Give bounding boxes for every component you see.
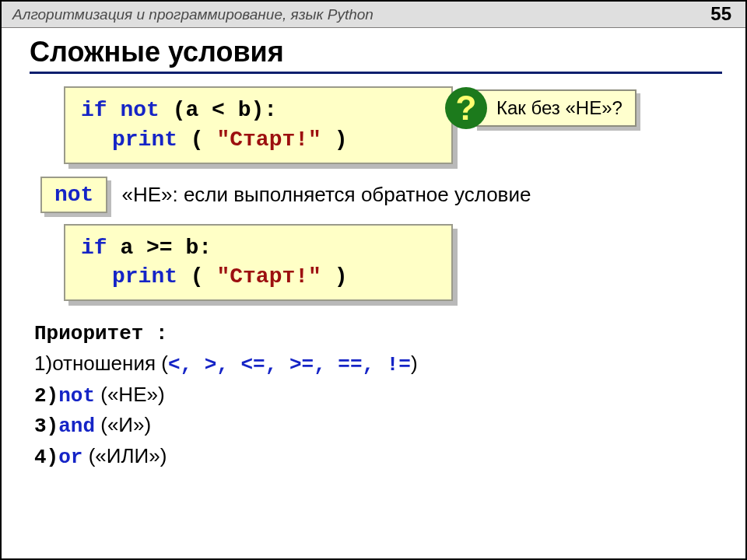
not-chip: not [40, 177, 107, 213]
course-title: Алгоритмизация и программирование, язык … [12, 6, 374, 23]
expr: a >= b: [120, 236, 212, 260]
callout: ? Как без «НЕ»? [445, 87, 637, 129]
priority-row-4: 4)or («ИЛИ») [34, 442, 722, 473]
priority-row-2: 2)not («НЕ») [34, 380, 722, 411]
close: ) [411, 352, 418, 375]
num: 3) [34, 415, 58, 438]
priority-row-1: 1)отношения (<, >, <=, >=, ==, !=) [34, 349, 722, 380]
num: 2) [34, 384, 58, 408]
num: 1) [34, 352, 52, 375]
txt: («НЕ») [95, 383, 165, 406]
txt: отношения ( [52, 352, 168, 375]
code-box-2: if a >= b: print ( "Старт!" ) [64, 224, 453, 302]
num: 4) [34, 446, 58, 469]
kw-not: not [120, 98, 159, 122]
priority-row-3: 3)and («И») [34, 411, 722, 442]
priority-block: Приоритет : 1)отношения (<, >, <=, >=, =… [34, 320, 722, 472]
expr: (a < b): [173, 98, 277, 122]
kw-print: print [112, 264, 177, 289]
txt: («ИЛИ») [82, 444, 167, 467]
page-number: 55 [710, 3, 731, 25]
kw: not [58, 384, 95, 408]
txt: («И») [95, 413, 151, 436]
kw: or [58, 446, 82, 469]
paren-close: ) [335, 128, 348, 152]
kw-if: if [81, 98, 107, 122]
question-mark-icon: ? [445, 87, 487, 129]
not-description: «НЕ»: если выполняется обратное условие [121, 183, 531, 207]
string-literal: "Старт!" [216, 128, 321, 152]
code-box-1: if not (a < b): print ( "Старт!" ) [64, 86, 453, 164]
slide: Алгоритмизация и программирование, язык … [0, 0, 747, 560]
paren-open: ( [191, 264, 204, 289]
kw: and [58, 415, 95, 438]
priority-header: Приоритет : [34, 320, 722, 349]
callout-text: Как без «НЕ»? [473, 89, 637, 127]
not-explanation-row: not «НЕ»: если выполняется обратное усло… [40, 177, 722, 213]
kw-if: if [81, 236, 107, 260]
kw-print: print [112, 128, 177, 152]
ops: <, >, <=, >=, ==, != [168, 353, 411, 376]
topbar: Алгоритмизация и программирование, язык … [2, 2, 745, 28]
slide-title: Сложные условия [30, 36, 722, 74]
string-literal: "Старт!" [216, 264, 321, 289]
content: Сложные условия if not (a < b): print ( … [2, 28, 745, 473]
paren-close: ) [335, 264, 348, 289]
paren-open: ( [191, 128, 204, 152]
